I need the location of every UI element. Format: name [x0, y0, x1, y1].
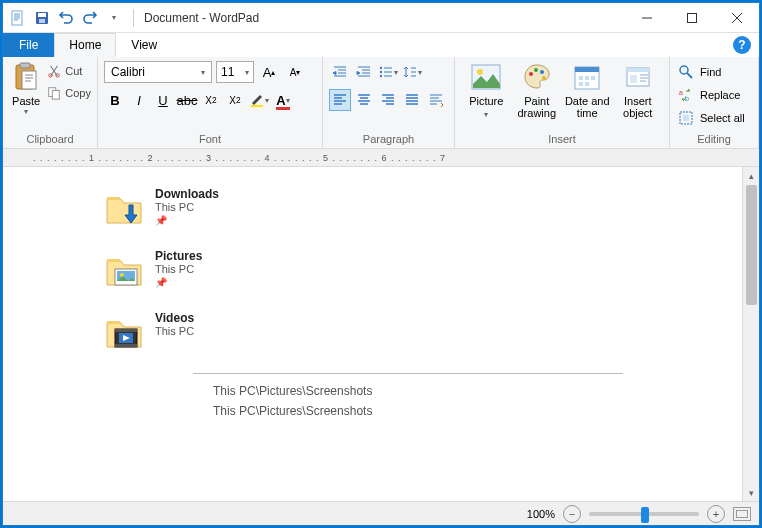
window-controls [624, 3, 759, 33]
paint-label: Paint drawing [512, 95, 563, 119]
align-left-button[interactable] [329, 89, 351, 111]
svg-point-24 [542, 76, 546, 80]
zoom-in-button[interactable]: + [707, 505, 725, 523]
clipboard-group-label: Clipboard [9, 130, 91, 148]
titlebar: ▾ Document - WordPad [3, 3, 759, 33]
align-justify-button[interactable] [401, 89, 423, 111]
redo-icon[interactable] [79, 7, 101, 29]
insert-group-label: Insert [461, 130, 663, 148]
view-tab[interactable]: View [116, 33, 172, 57]
zoom-slider-thumb[interactable] [641, 507, 649, 523]
vertical-scrollbar[interactable]: ▴ ▾ [742, 167, 759, 501]
folder-location: This PC [155, 263, 202, 275]
folder-location: This PC [155, 201, 219, 213]
insert-object-button[interactable]: Insert object [613, 61, 664, 119]
status-bar: 100% − + [3, 501, 759, 525]
svg-rect-9 [20, 63, 30, 68]
replace-label: Replace [700, 89, 740, 101]
grow-font-button[interactable]: A▴ [258, 61, 280, 83]
svg-point-20 [477, 69, 483, 75]
underline-button[interactable]: U [152, 89, 174, 111]
svg-text:a: a [679, 89, 683, 96]
folder-name: Pictures [155, 249, 202, 263]
selectall-label: Select all [700, 112, 745, 124]
help-icon[interactable]: ? [733, 36, 751, 54]
subscript-button[interactable]: X2 [200, 89, 222, 111]
superscript-button[interactable]: X2 [224, 89, 246, 111]
strikethrough-button[interactable]: abc [176, 89, 198, 111]
scroll-down-icon[interactable]: ▾ [743, 484, 759, 501]
bold-button[interactable]: B [104, 89, 126, 111]
ribbon: Paste ▾ Cut Copy Clipboard [3, 57, 759, 149]
replace-button[interactable]: ab Replace [676, 84, 747, 106]
home-tab[interactable]: Home [54, 33, 116, 57]
maximize-button[interactable] [669, 3, 714, 33]
object-label: Insert object [613, 95, 664, 119]
scroll-thumb[interactable] [746, 185, 757, 305]
file-tab[interactable]: File [3, 33, 54, 57]
paragraph-dialog-button[interactable] [425, 89, 447, 111]
paste-button[interactable]: Paste ▾ [9, 61, 43, 116]
fullscreen-read-button[interactable] [733, 507, 751, 521]
document-area[interactable]: Downloads This PC 📌 Pictures This PC 📌 [3, 167, 742, 501]
line-spacing-button[interactable]: ▾ [401, 61, 423, 83]
minimize-button[interactable] [624, 3, 669, 33]
align-right-button[interactable] [377, 89, 399, 111]
qat-app-icon[interactable] [7, 7, 29, 29]
group-font: Calibri▾ 11▾ A▴ A▾ B I U abc X2 X2 [98, 57, 323, 148]
increase-indent-button[interactable] [353, 61, 375, 83]
list-item: Pictures This PC 📌 [103, 249, 742, 291]
save-icon[interactable] [31, 7, 53, 29]
group-clipboard: Paste ▾ Cut Copy Clipboard [3, 57, 98, 148]
folder-downloads-icon [103, 187, 145, 229]
svg-rect-28 [627, 68, 649, 72]
qat-dropdown-icon[interactable]: ▾ [103, 7, 125, 29]
folder-name: Downloads [155, 187, 219, 201]
path-line-1: This PC\Pictures\Screenshots [213, 384, 742, 398]
editing-group-label: Editing [676, 130, 752, 148]
group-paragraph: ▾ ▾ Paragraph [323, 57, 455, 148]
svg-point-21 [529, 72, 533, 76]
copy-button[interactable]: Copy [47, 83, 91, 103]
group-editing: Find ab Replace Select all Editing [670, 57, 759, 148]
font-name-value: Calibri [111, 65, 145, 79]
svg-point-18 [380, 75, 382, 77]
find-button[interactable]: Find [676, 61, 747, 83]
text-highlight-button[interactable]: ▾ [248, 89, 270, 111]
svg-rect-3 [39, 19, 45, 23]
svg-point-16 [380, 67, 382, 69]
svg-rect-15 [251, 105, 263, 107]
zoom-slider[interactable] [589, 512, 699, 516]
document-wrap: Downloads This PC 📌 Pictures This PC 📌 [3, 167, 759, 501]
font-name-combo[interactable]: Calibri▾ [104, 61, 212, 83]
svg-rect-2 [38, 13, 46, 17]
font-group-label: Font [104, 130, 316, 148]
zoom-out-button[interactable]: − [563, 505, 581, 523]
list-item: Downloads This PC 📌 [103, 187, 742, 229]
close-button[interactable] [714, 3, 759, 33]
scroll-up-icon[interactable]: ▴ [743, 167, 759, 184]
italic-button[interactable]: I [128, 89, 150, 111]
shrink-font-button[interactable]: A▾ [284, 61, 306, 83]
svg-point-23 [540, 70, 544, 74]
svg-point-38 [120, 273, 124, 277]
font-color-button[interactable]: A▾ [272, 89, 294, 111]
paste-dropdown-icon: ▾ [24, 107, 28, 116]
cut-button[interactable]: Cut [47, 61, 91, 81]
undo-icon[interactable] [55, 7, 77, 29]
zoom-percent: 100% [527, 508, 555, 520]
svg-rect-14 [53, 90, 60, 99]
insert-picture-button[interactable]: Picture▾ [461, 61, 512, 120]
picture-label: Picture [469, 95, 503, 107]
ruler[interactable]: . . . . . . . . 1 . . . . . . . 2 . . . … [3, 149, 759, 167]
align-center-button[interactable] [353, 89, 375, 111]
paste-label: Paste [12, 95, 40, 107]
bullet-list-button[interactable]: ▾ [377, 61, 399, 83]
insert-paint-button[interactable]: Paint drawing [512, 61, 563, 119]
selectall-button[interactable]: Select all [676, 107, 747, 129]
folder-name: Videos [155, 311, 194, 325]
window-title: Document - WordPad [144, 11, 259, 25]
font-size-combo[interactable]: 11▾ [216, 61, 254, 83]
decrease-indent-button[interactable] [329, 61, 351, 83]
insert-datetime-button[interactable]: Date and time [562, 61, 613, 119]
